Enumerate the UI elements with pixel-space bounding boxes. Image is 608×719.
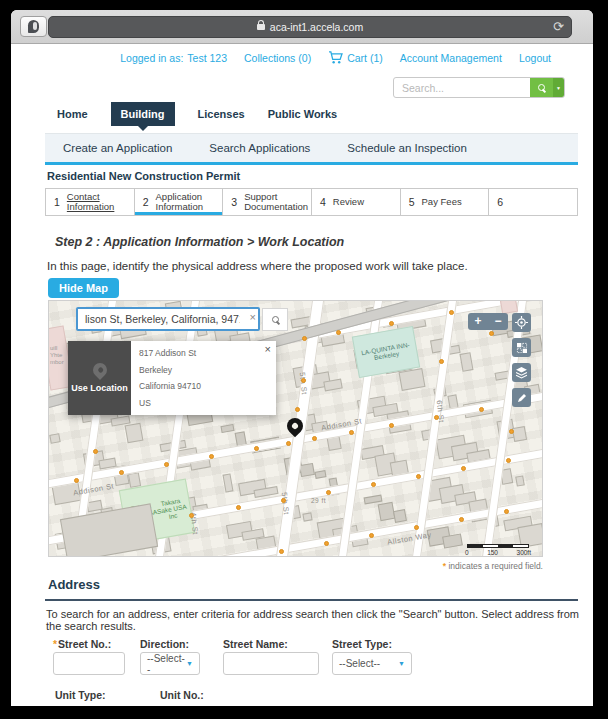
- crosshair-icon: [515, 316, 528, 329]
- basemap-button[interactable]: [512, 338, 531, 357]
- cart-icon: [328, 51, 343, 64]
- step-number: 2: [143, 196, 149, 208]
- address-line: Berkeley: [139, 365, 268, 375]
- step-heading: Step 2 : Application Information > Work …: [55, 235, 344, 249]
- step-number: 1: [54, 196, 60, 208]
- poi-label: Takara Sake USA Inc: [155, 496, 188, 522]
- popup-address: 817 Addison St Berkeley California 94710…: [131, 341, 276, 415]
- address-line: 817 Addison St: [139, 348, 268, 358]
- search-options-caret-icon[interactable]: ▼: [553, 78, 564, 97]
- use-location-label: Use Location: [71, 383, 128, 393]
- direction-label: Direction:: [140, 638, 189, 650]
- clear-search-icon[interactable]: ×: [250, 311, 256, 323]
- search-icon: [538, 84, 545, 91]
- popup-close-icon[interactable]: ×: [265, 343, 271, 355]
- select-value: --Select--: [147, 653, 186, 675]
- main-nav: Home Building Licenses Public Works: [57, 102, 337, 126]
- step-3-support-documentation[interactable]: 3 Support Documentation: [222, 189, 311, 215]
- basemap-grid-icon: [516, 342, 528, 354]
- cart-link[interactable]: Cart (1): [328, 51, 383, 64]
- subnav-create-application[interactable]: Create an Application: [63, 142, 172, 154]
- tab-home[interactable]: Home: [57, 102, 88, 126]
- intro-text: In this page, identify the physical addr…: [47, 260, 468, 272]
- map-search-button[interactable]: [262, 308, 288, 331]
- tab-licenses[interactable]: Licenses: [198, 102, 245, 126]
- reload-icon[interactable]: ⟳: [553, 19, 564, 34]
- search-button[interactable]: ▼: [530, 78, 564, 97]
- street-type-select[interactable]: --Select-- ▼: [332, 652, 412, 675]
- step-label: Support Documentation: [244, 192, 306, 212]
- sub-nav: Create an Application Search Application…: [45, 133, 578, 165]
- location-popup: Use Location 817 Addison St Berkeley Cal…: [68, 341, 276, 415]
- lock-icon: [257, 24, 265, 30]
- map-edge-text-fragment: uillYhtembor: [50, 345, 64, 366]
- map-address-search: ×: [76, 307, 260, 331]
- address-line: California 94710: [139, 381, 268, 391]
- permit-title: Residential New Construction Permit: [47, 170, 240, 182]
- unit-type-label: Unit Type:: [55, 689, 106, 701]
- step-number: 4: [320, 196, 326, 208]
- map-search-input[interactable]: [76, 307, 260, 331]
- step-1-contact-information[interactable]: 1 Contact Information: [46, 189, 134, 215]
- street-no-input[interactable]: [53, 652, 125, 675]
- map-scale-labels: 0150300ft: [465, 549, 531, 556]
- poi-label: LA-QUINTA INN-Berkeley: [355, 339, 417, 364]
- street-type-label: Street Type:: [332, 638, 392, 650]
- hide-map-button[interactable]: Hide Map: [48, 278, 119, 298]
- layers-icon: [515, 366, 528, 379]
- map-scale-bar: [467, 544, 529, 548]
- subnav-schedule-inspection[interactable]: Schedule an Inspection: [347, 142, 467, 154]
- tab-public-works[interactable]: Public Works: [268, 102, 337, 126]
- tab-building[interactable]: Building: [111, 102, 175, 126]
- account-links: Logged in as: Test 123 Collections (0) C…: [120, 51, 551, 64]
- map-zoom-control: + −: [468, 313, 508, 330]
- layers-button[interactable]: [512, 363, 531, 382]
- url-bar[interactable]: aca-int1.accela.com ⟳: [48, 16, 572, 38]
- map-canvas[interactable]: LA-QUINTA INN-Berkeley Takara Sake USA I…: [48, 300, 543, 557]
- logged-in-user[interactable]: Test 123: [187, 52, 227, 64]
- pin-icon: [90, 360, 110, 380]
- zoom-out-button[interactable]: −: [488, 314, 508, 329]
- step-6[interactable]: 6: [488, 189, 577, 215]
- step-label: Contact Information: [67, 192, 129, 212]
- address-line: US: [139, 398, 268, 408]
- locate-me-button[interactable]: [512, 313, 531, 332]
- step-number: 6: [497, 196, 503, 208]
- cart-label: Cart (1): [347, 52, 383, 64]
- step-4-review[interactable]: 4 Review: [311, 189, 400, 215]
- browser-chrome: aca-int1.accela.com ⟳: [11, 10, 593, 44]
- step-number: 3: [231, 196, 237, 208]
- step-5-pay-fees[interactable]: 5 Pay Fees: [400, 189, 489, 215]
- step-2-application-information[interactable]: 2 Application Information: [134, 189, 223, 215]
- logged-in-label: Logged in as:: [120, 52, 183, 64]
- street-name-input[interactable]: [223, 652, 319, 675]
- direction-select[interactable]: --Select-- ▼: [140, 652, 200, 675]
- step-number: 5: [409, 196, 415, 208]
- shield-icon: [28, 20, 39, 33]
- account-management-link[interactable]: Account Management: [400, 52, 502, 64]
- pencil-icon: [516, 392, 528, 404]
- global-search: ▼: [393, 77, 565, 98]
- chevron-down-icon: ▼: [186, 660, 193, 667]
- map-dimension-label: 29 ft: [311, 497, 326, 504]
- use-location-button[interactable]: Use Location: [68, 341, 131, 415]
- logout-link[interactable]: Logout: [519, 52, 551, 64]
- step-label: Application Information: [156, 192, 218, 212]
- page: Logged in as: Test 123 Collections (0) C…: [11, 44, 593, 706]
- privacy-shield-button[interactable]: [20, 16, 47, 37]
- collections-link[interactable]: Collections (0): [244, 52, 311, 64]
- chevron-down-icon: ▼: [398, 660, 405, 667]
- search-icon: [272, 316, 279, 323]
- select-value: --Select--: [339, 658, 380, 669]
- step-label: Review: [333, 197, 395, 207]
- step-label: Pay Fees: [422, 197, 484, 207]
- subnav-search-applications[interactable]: Search Applications: [209, 142, 310, 154]
- step-indicator: 1 Contact Information 2 Application Info…: [45, 188, 578, 216]
- street-name-label: Street Name:: [223, 638, 288, 650]
- draw-button[interactable]: [512, 388, 531, 407]
- unit-no-label: Unit No.:: [160, 689, 204, 701]
- zoom-in-button[interactable]: +: [468, 314, 488, 329]
- street-no-label: *Street No.:: [53, 638, 111, 650]
- url-text: aca-int1.accela.com: [270, 21, 363, 33]
- logged-in-as: Logged in as: Test 123: [120, 52, 227, 64]
